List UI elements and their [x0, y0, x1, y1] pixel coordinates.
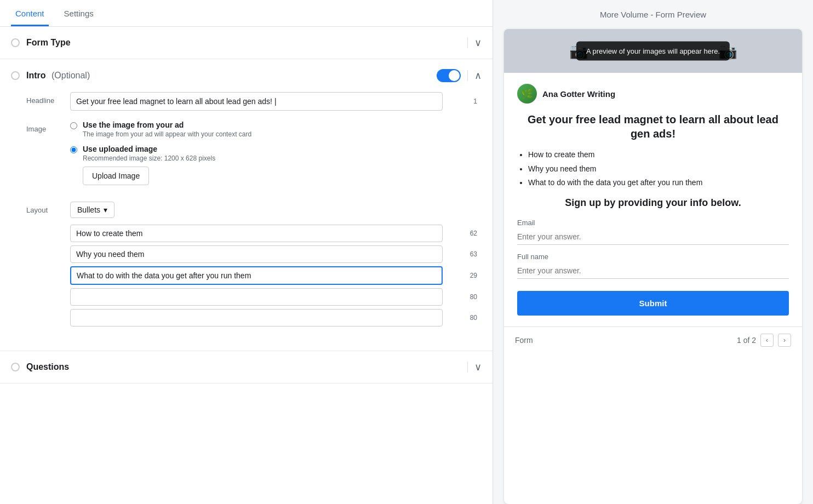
preview-fullname-field: Full name	[517, 253, 789, 279]
image-radio-ad[interactable]	[70, 122, 77, 129]
preview-body: 🌿 Ana Gotter Writing Get your free lead …	[504, 73, 802, 327]
bullet-char-3: 29	[470, 272, 477, 279]
layout-chevron-icon: ▾	[104, 205, 107, 214]
bullet-char-1: 62	[470, 230, 477, 237]
intro-title: Intro (Optional)	[26, 71, 437, 81]
form-type-chevron[interactable]: ∨	[474, 37, 482, 49]
bullet-row-2: 63	[70, 245, 482, 263]
image-option-1-content: Use the image from your ad The image fro…	[83, 121, 251, 138]
bullet-char-5: 80	[470, 314, 477, 322]
image-row: Image Use the image from your ad The ima…	[26, 121, 482, 192]
bullet-input-5[interactable]	[70, 309, 443, 327]
headline-char-count: 1	[473, 98, 477, 105]
preview-images: 📷 📷 A preview of your images will appear…	[504, 29, 802, 73]
questions-section: Questions ∨	[0, 351, 493, 383]
bullet-char-2: 63	[470, 250, 477, 258]
questions-header[interactable]: Questions ∨	[0, 351, 493, 383]
layout-value: Bullets	[77, 205, 100, 214]
bullet-row-4: 80	[70, 288, 482, 306]
layout-content: Bullets ▾ 62 63	[70, 202, 482, 330]
preview-signup-text: Sign up by providing your info below.	[517, 197, 789, 209]
headline-input[interactable]	[70, 92, 443, 111]
bullet-row-1: 62	[70, 225, 482, 242]
questions-radio	[11, 363, 20, 371]
preview-tooltip: A preview of your images will appear her…	[576, 42, 730, 61]
bullet-row-3: 29	[70, 266, 482, 285]
image-option-1-desc: The image from your ad will appear with …	[83, 130, 251, 138]
image-option-2-rec: Recommended image size: 1200 x 628 pixel…	[83, 154, 215, 162]
preview-email-field: Email	[517, 219, 789, 245]
image-option-2: Use uploaded image Recommended image siz…	[70, 145, 482, 185]
questions-actions: ∨	[467, 361, 482, 373]
intro-chevron[interactable]: ∧	[474, 70, 482, 82]
form-type-title: Form Type	[26, 38, 467, 48]
layout-select[interactable]: Bullets ▾	[70, 202, 114, 218]
brand-logo: 🌿	[517, 84, 537, 104]
form-type-header[interactable]: Form Type ∨	[0, 27, 493, 59]
preview-footer: Form 1 of 2 ‹ ›	[504, 327, 802, 353]
preview-title: More Volume - Form Preview	[493, 0, 813, 29]
bullet-row-5: 80	[70, 309, 482, 327]
questions-title: Questions	[26, 362, 467, 372]
tab-settings[interactable]: Settings	[60, 0, 98, 26]
preview-fullname-input[interactable]	[517, 263, 789, 279]
divider	[467, 37, 468, 48]
image-option-2-content: Use uploaded image Recommended image siz…	[83, 145, 215, 185]
headline-content: 1	[70, 92, 482, 111]
preview-card: 📷 📷 A preview of your images will appear…	[504, 29, 802, 504]
image-option-1: Use the image from your ad The image fro…	[70, 121, 482, 138]
bullet-input-3[interactable]	[70, 266, 443, 285]
preview-bullet-1: How to create them	[528, 150, 789, 161]
preview-bullet-2: Why you need them	[528, 164, 789, 175]
next-page-button[interactable]: ›	[778, 334, 791, 347]
layout-label: Layout	[26, 202, 70, 214]
intro-radio	[11, 71, 20, 80]
form-type-actions: ∨	[467, 37, 482, 49]
bullet-input-4[interactable]	[70, 288, 443, 306]
preview-email-label: Email	[517, 219, 789, 227]
intro-optional: (Optional)	[51, 71, 90, 80]
left-panel: Content Settings Form Type ∨ Intro (Opti…	[0, 0, 493, 504]
image-option-2-label: Use uploaded image	[83, 145, 215, 153]
preview-pagination: 1 of 2 ‹ ›	[737, 334, 791, 347]
intro-header[interactable]: Intro (Optional) ∧	[0, 59, 493, 92]
tab-content[interactable]: Content	[11, 0, 49, 26]
image-options: Use the image from your ad The image fro…	[70, 121, 482, 192]
right-panel: More Volume - Form Preview 📷 📷 A preview…	[493, 0, 813, 504]
preview-fullname-label: Full name	[517, 253, 789, 261]
preview-form-label: Form	[515, 336, 533, 345]
tabs-bar: Content Settings	[0, 0, 493, 27]
intro-body: Headline 1 Image Use the image from your…	[0, 92, 493, 351]
intro-toggle[interactable]	[437, 69, 461, 82]
preview-brand: 🌿 Ana Gotter Writing	[517, 84, 789, 104]
upload-image-button[interactable]: Upload Image	[83, 167, 149, 185]
brand-name: Ana Gotter Writing	[542, 89, 615, 99]
divider2	[467, 70, 468, 81]
image-label: Image	[26, 121, 70, 133]
form-type-section: Form Type ∨	[0, 27, 493, 59]
intro-actions: ∧	[437, 69, 482, 82]
bullet-inputs: 62 63 29 80	[70, 225, 482, 327]
preview-headline: Get your free lead magnet to learn all a…	[517, 112, 789, 141]
headline-row: Headline 1	[26, 92, 482, 111]
prev-page-button[interactable]: ‹	[760, 334, 774, 347]
bullet-char-4: 80	[470, 293, 477, 301]
intro-section: Intro (Optional) ∧ Headline 1	[0, 59, 493, 351]
preview-submit-button[interactable]: Submit	[517, 291, 789, 316]
layout-row: Layout Bullets ▾ 62 63	[26, 202, 482, 330]
headline-label: Headline	[26, 92, 70, 105]
bullet-input-2[interactable]	[70, 245, 443, 263]
bullet-input-1[interactable]	[70, 225, 443, 242]
preview-bullet-3: What to do with the data you get after y…	[528, 177, 789, 188]
preview-bullets: How to create them Why you need them Wha…	[517, 150, 789, 188]
image-radio-uploaded[interactable]	[70, 146, 77, 153]
preview-email-input[interactable]	[517, 229, 789, 245]
questions-chevron[interactable]: ∨	[474, 361, 482, 373]
image-option-1-label: Use the image from your ad	[83, 121, 251, 129]
form-type-radio	[11, 38, 20, 47]
pagination-text: 1 of 2	[737, 336, 756, 345]
divider3	[467, 362, 468, 373]
headline-input-wrap: 1	[70, 92, 482, 111]
